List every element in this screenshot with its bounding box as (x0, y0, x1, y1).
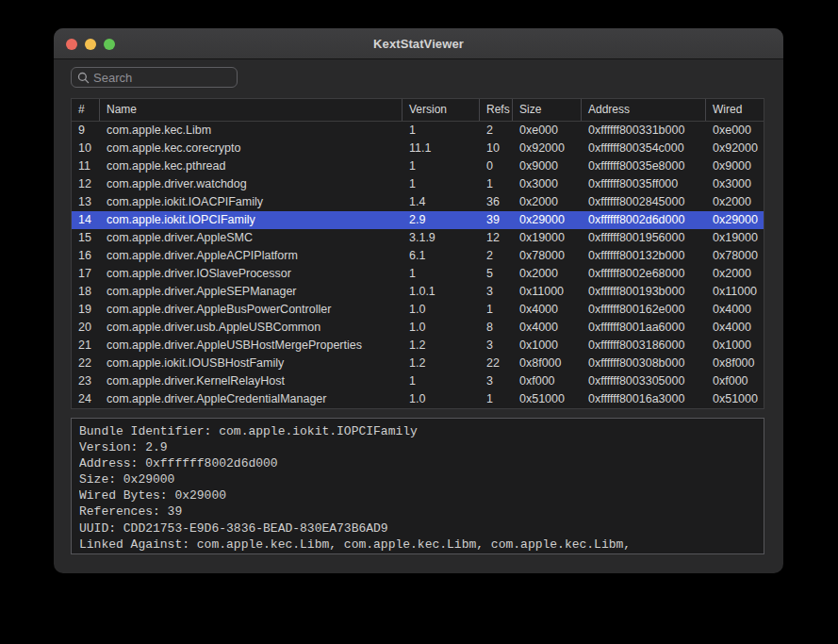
window-title: KextStatViewer (373, 37, 464, 51)
cell-version: 1.2 (403, 355, 480, 372)
table-row[interactable]: 15com.apple.driver.AppleSMC3.1.9120x1900… (72, 229, 764, 247)
cell-size: 0x29000 (513, 211, 582, 229)
column-header-address[interactable]: Address (582, 99, 706, 121)
cell-name: com.apple.driver.AppleACPIPlatform (100, 247, 403, 265)
table-row[interactable]: 9com.apple.kec.Libm120xe0000xffffff80033… (72, 122, 764, 140)
cell-version: 1.0.1 (403, 283, 480, 301)
cell-version: 3.1.9 (403, 229, 480, 247)
cell-size: 0x11000 (513, 283, 582, 301)
cell-address: 0xffffff800354c000 (582, 140, 706, 157)
table-row[interactable]: 22com.apple.iokit.IOUSBHostFamily1.2220x… (72, 355, 764, 372)
cell-address: 0xffffff800162e000 (582, 301, 706, 319)
app-window: KextStatViewer # Name Version Refs Size … (54, 28, 783, 573)
cell-num: 23 (72, 372, 100, 390)
table-row[interactable]: 17com.apple.driver.IOSlaveProcessor150x2… (72, 265, 764, 283)
cell-refs: 2 (480, 247, 513, 265)
close-button[interactable] (66, 39, 77, 50)
column-header-size[interactable]: Size (513, 99, 582, 121)
column-header-num[interactable]: # (72, 99, 100, 121)
table-row[interactable]: 16com.apple.driver.AppleACPIPlatform6.12… (72, 247, 764, 265)
cell-refs: 3 (480, 283, 513, 301)
cell-size: 0xf000 (513, 372, 582, 390)
cell-name: com.apple.driver.AppleBusPowerController (100, 301, 403, 319)
table-row[interactable]: 19com.apple.driver.AppleBusPowerControll… (72, 301, 764, 319)
table-row[interactable]: 10com.apple.kec.corecrypto11.1100x920000… (72, 140, 764, 157)
cell-wired: 0x51000 (706, 390, 765, 408)
cell-address: 0xffffff800132b000 (582, 247, 706, 265)
cell-address: 0xffffff800331b000 (582, 122, 706, 140)
detail-line: Version: 2.9 (79, 439, 756, 455)
cell-wired: 0x4000 (706, 319, 765, 337)
column-header-version[interactable]: Version (403, 99, 480, 121)
cell-name: com.apple.kec.pthread (100, 157, 403, 175)
cell-num: 9 (72, 122, 100, 140)
cell-num: 16 (72, 247, 100, 265)
cell-size: 0x19000 (513, 229, 582, 247)
search-icon (77, 72, 90, 84)
cell-address: 0xffffff80035e8000 (582, 157, 706, 175)
search-field[interactable] (71, 67, 238, 88)
cell-refs: 5 (480, 265, 513, 283)
table-row[interactable]: 11com.apple.kec.pthread100x90000xffffff8… (72, 157, 764, 175)
cell-num: 10 (72, 140, 100, 157)
zoom-button[interactable] (104, 39, 115, 50)
detail-line: Address: 0xffffff8002d6d000 (79, 455, 756, 471)
detail-line: Wired Bytes: 0x29000 (79, 487, 756, 504)
cell-wired: 0xf000 (706, 372, 765, 390)
table-row[interactable]: 12com.apple.driver.watchdog110x30000xfff… (72, 175, 764, 193)
cell-num: 13 (72, 193, 100, 211)
minimize-button[interactable] (85, 39, 96, 50)
detail-line: Bundle Identifier: com.apple.iokit.IOPCI… (79, 423, 756, 439)
cell-version: 1 (403, 372, 480, 390)
cell-version: 1.2 (403, 337, 480, 355)
table-row[interactable]: 23com.apple.driver.KernelRelayHost130xf0… (72, 372, 764, 390)
cell-name: com.apple.kec.corecrypto (100, 140, 403, 157)
cell-name: com.apple.driver.AppleSEPManager (100, 283, 403, 301)
cell-version: 1.0 (403, 319, 480, 337)
table-row[interactable]: 20com.apple.driver.usb.AppleUSBCommon1.0… (72, 319, 764, 337)
detail-line: Size: 0x29000 (79, 471, 756, 487)
cell-address: 0xffffff8003186000 (582, 337, 706, 355)
cell-num: 15 (72, 229, 100, 247)
cell-size: 0x8f000 (513, 355, 582, 372)
traffic-lights (66, 28, 115, 59)
detail-panel[interactable]: Bundle Identifier: com.apple.iokit.IOPCI… (71, 418, 764, 554)
title-bar[interactable]: KextStatViewer (54, 28, 783, 59)
cell-size: 0x4000 (513, 301, 582, 319)
cell-address: 0xffffff80016a3000 (582, 390, 706, 408)
cell-address: 0xffffff800308b000 (582, 355, 706, 372)
cell-name: com.apple.iokit.IOPCIFamily (100, 211, 403, 229)
cell-address: 0xffffff8001aa6000 (582, 319, 706, 337)
cell-refs: 1 (480, 390, 513, 408)
detail-line: Linked Against: com.apple.kec.Libm, com.… (79, 537, 756, 553)
column-header-wired[interactable]: Wired (706, 99, 765, 121)
column-header-refs[interactable]: Refs (480, 99, 513, 121)
table-row[interactable]: 24com.apple.driver.AppleCredentialManage… (72, 390, 764, 408)
cell-size: 0x92000 (513, 140, 582, 157)
cell-size: 0x3000 (513, 175, 582, 193)
window-content: # Name Version Refs Size Address Wired 9… (54, 67, 783, 554)
cell-num: 21 (72, 337, 100, 355)
cell-refs: 3 (480, 372, 513, 390)
cell-refs: 12 (480, 229, 513, 247)
column-header-name[interactable]: Name (100, 99, 403, 121)
table-body: 9com.apple.kec.Libm120xe0000xffffff80033… (72, 122, 764, 408)
cell-name: com.apple.driver.AppleCredentialManager (100, 390, 403, 408)
cell-size: 0x2000 (513, 193, 582, 211)
table-row[interactable]: 21com.apple.driver.AppleUSBHostMergeProp… (72, 337, 764, 355)
search-input[interactable] (90, 71, 237, 85)
cell-wired: 0xe000 (706, 122, 765, 140)
cell-address: 0xffffff80035ff000 (582, 175, 706, 193)
cell-size: 0x4000 (513, 319, 582, 337)
cell-wired: 0x92000 (706, 140, 765, 157)
table-row[interactable]: 14com.apple.iokit.IOPCIFamily2.9390x2900… (72, 211, 764, 229)
cell-refs: 36 (480, 193, 513, 211)
table-row[interactable]: 18com.apple.driver.AppleSEPManager1.0.13… (72, 283, 764, 301)
table-header: # Name Version Refs Size Address Wired (72, 99, 764, 122)
cell-wired: 0x2000 (706, 193, 765, 211)
table-row[interactable]: 13com.apple.iokit.IOACPIFamily1.4360x200… (72, 193, 764, 211)
cell-num: 18 (72, 283, 100, 301)
cell-address: 0xffffff8002d6d000 (582, 211, 706, 229)
cell-version: 1 (403, 175, 480, 193)
cell-num: 12 (72, 175, 100, 193)
